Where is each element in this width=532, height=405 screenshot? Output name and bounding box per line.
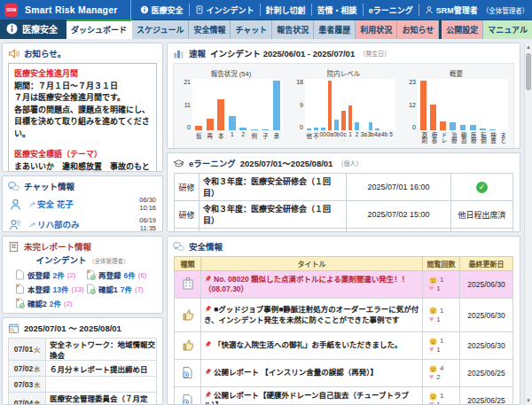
info-circle-icon — [140, 5, 149, 14]
chart-bar — [355, 122, 359, 130]
scrollbar-thumb[interactable] — [526, 53, 531, 90]
elearning-row[interactable]: 研修 令和３年度：医療安全研修会（１回目） 2025/07/01 16:00 ✓ — [175, 174, 513, 201]
tab-chat[interactable]: チャット — [231, 20, 272, 39]
menu-item-incident[interactable]: インシデント — [189, 4, 260, 16]
tab-report-status[interactable]: 報告状況 — [272, 20, 314, 39]
safety-title-link[interactable]: No. 08020 類似した点滴ボトルによる薬剤間違い発生！！（08.07.30… — [204, 275, 409, 293]
tab-dashboard[interactable]: ダッシュボード — [66, 19, 132, 39]
y-axis-ticks: 23120 — [404, 79, 418, 130]
x-axis-label: 他 — [306, 131, 313, 140]
document-check-icon — [15, 298, 25, 308]
elearning-course-title[interactable]: 皮下注射（上腕）eラーニング学習 — [200, 229, 347, 233]
x-axis-label: 薬剤 — [419, 131, 428, 145]
pin-icon — [204, 368, 212, 376]
heart-icon[interactable]: ♥ — [429, 373, 434, 381]
calendar-panel: 2025/07/01 ～ 2025/08/01 07/01火 安全ネットワーク：… — [2, 317, 163, 405]
menu-item-needlestick[interactable]: 針刺し切創 — [260, 4, 311, 16]
elearning-datetime: 2025/07/02 15:00 — [347, 201, 451, 229]
x-axis-label: 再 — [205, 131, 216, 140]
x-axis-label: 4a — [374, 131, 381, 140]
x-axis-label: 4b — [381, 131, 388, 140]
campaign-detail: 各部署の問題点、課題点を明確にし、 目標を決めて取り組みを進めてください。 — [14, 105, 151, 141]
pending-count-link[interactable]: 2件 — [53, 269, 65, 280]
elearning-status: ✓ — [451, 174, 513, 201]
heart-icon[interactable]: ♥ — [429, 401, 434, 405]
info-circle-icon — [6, 23, 18, 35]
menu-item-label: 医療安全 — [152, 4, 184, 16]
calendar-event — [46, 377, 157, 393]
safety-row[interactable]: 「快適な入院生活への御礼」お手紙をいただきました。 1 ♥1 2025/06/3… — [175, 332, 513, 360]
smiley-icon[interactable] — [429, 307, 437, 315]
heart-icon[interactable]: ♥ — [429, 315, 434, 323]
hospital-icon — [181, 276, 195, 291]
pending-count-link[interactable]: 13件 — [53, 284, 69, 294]
safety-row[interactable]: 公開レポート 【インスリン含量の誤認（再発）】 4 ♥2 2025/06/25 — [175, 360, 513, 387]
chart-overview: 概要 23120 薬剤療養ドレ治療輸血医療転倒検査まと — [404, 68, 508, 145]
menu-item-medical-safety[interactable]: 医療安全 — [135, 4, 189, 16]
chart-bar — [195, 126, 202, 130]
view-count: 1 — [440, 392, 443, 401]
menu-item-srm-admin[interactable]: SRM管理者 （全体管理者） — [419, 4, 532, 16]
scroll-up-icon[interactable]: ▲ — [525, 44, 532, 50]
elearning-row[interactable]: 学習 皮下注射（上腕）eラーニング学習 2025/07/01 16:00～202… — [175, 229, 513, 233]
heart-icon[interactable]: ♥ — [429, 346, 434, 354]
scroll-down-icon[interactable]: ▼ — [525, 398, 532, 403]
chart-bar — [334, 120, 339, 130]
chart-bar — [460, 125, 466, 130]
safety-title-link[interactable]: ■グッドジョブ事例■静脈注射処方のオーダーエラーに気が付き、インシデント発生を未… — [204, 305, 419, 323]
chart-bar — [348, 105, 353, 130]
calendar-event: 医療安全管理委員会（７月定例） — [46, 393, 157, 405]
x-axis-label: 5 — [387, 131, 395, 140]
elearning-course-title[interactable]: 令和３年度：医療安全研修会（１回目） — [200, 201, 347, 229]
public-report-icon — [181, 393, 194, 405]
srm-logo-icon: SRM — [4, 4, 18, 17]
chat-item[interactable]: 安全 花子 06/30 10:16 — [3, 194, 162, 214]
chart-bar — [328, 81, 332, 130]
elearning-course-title[interactable]: 令和３年度：医療安全研修会（１回目） — [200, 174, 347, 201]
menu-item-elearning[interactable]: eラーニング — [363, 4, 419, 16]
chat-user-link[interactable]: 安全 花子 — [29, 198, 74, 210]
elearning-row[interactable]: 研修 令和３年度：医療安全研修会（１回目） 2025/07/02 15:00 他… — [175, 201, 513, 229]
pending-count-link[interactable]: 2件 — [50, 298, 61, 308]
tab-publish-settings[interactable]: 公開設定 — [442, 20, 483, 39]
menu-item-label: 苦情・相談 — [317, 4, 357, 16]
tab-manual[interactable]: マニュアル — [483, 20, 532, 39]
safety-row[interactable]: ■グッドジョブ事例■静脈注射処方のオーダーエラーに気が付き、インシデント発生を未… — [175, 299, 513, 332]
chat-timestamp: 06/19 11:35 — [139, 216, 156, 232]
pending-count-link[interactable]: 7件 — [121, 284, 132, 294]
safety-title-link[interactable]: 「快適な入院生活への御礼」お手紙をいただきました。 — [214, 340, 403, 349]
like-count: 2 — [436, 373, 440, 382]
safety-row[interactable]: No. 08020 類似した点滴ボトルによる薬剤間違い発生！！（08.07.30… — [175, 271, 513, 299]
chat-bubbles-icon — [173, 241, 184, 253]
x-axis-labels: 仮再本12例子承 — [192, 130, 283, 140]
pending-count-link[interactable]: 6件 — [124, 269, 136, 280]
tab-patient-history[interactable]: 患者履歴 — [314, 20, 356, 39]
x-axis-labels: 他不000a0b0c123a3b4a4b5 — [305, 130, 395, 140]
elearning-title: eラーニング — [189, 157, 236, 169]
reaction-counts: 1 ♥1 — [423, 271, 460, 299]
menu-item-label: 針刺し切創 — [266, 4, 306, 16]
y-axis-ticks: 21110 — [179, 79, 192, 130]
tab-schedule[interactable]: スケジュール — [132, 20, 189, 39]
safety-row[interactable]: 公開レポート【硬膜外ドレーン自己抜去（チューブトラブル）】 1 ♥1 2025/… — [175, 387, 513, 405]
tab-bar: ダッシュボード スケジュール 安全情報 チャット 報告状況 患者履歴 利用状況 … — [66, 19, 532, 39]
safety-title-link[interactable]: 公開レポート【硬膜外ドレーン自己抜去（チューブトラブル）】 — [204, 391, 409, 405]
vertical-scrollbar[interactable]: ▲ ▼ — [524, 43, 532, 405]
reaction-counts: 1 ♥1 — [423, 332, 460, 360]
chart-plot — [192, 79, 283, 130]
chat-item[interactable]: リハ部のみ 06/19 11:35 — [3, 214, 162, 232]
menu-item-complaints[interactable]: 苦情・相談 — [311, 4, 363, 16]
graduation-cap-icon — [173, 158, 184, 169]
flash-note: （発生日） — [359, 49, 390, 58]
like-count: 1 — [436, 401, 440, 405]
tab-safety-info[interactable]: 安全情報 — [189, 20, 231, 39]
chat-user-link[interactable]: リハ部のみ — [29, 218, 80, 230]
tab-announcements[interactable]: お知らせ — [397, 20, 439, 39]
x-axis-label: 本 — [215, 131, 227, 140]
heart-icon[interactable]: ♥ — [429, 284, 434, 292]
x-axis-label: 輸血 — [458, 131, 467, 145]
tab-usage[interactable]: 利用状況 — [356, 20, 397, 39]
x-axis-label: 子 — [260, 131, 271, 140]
safety-title-link[interactable]: 公開レポート 【インスリン含量の誤認（再発）】 — [214, 368, 378, 377]
document-check-icon — [86, 269, 96, 280]
